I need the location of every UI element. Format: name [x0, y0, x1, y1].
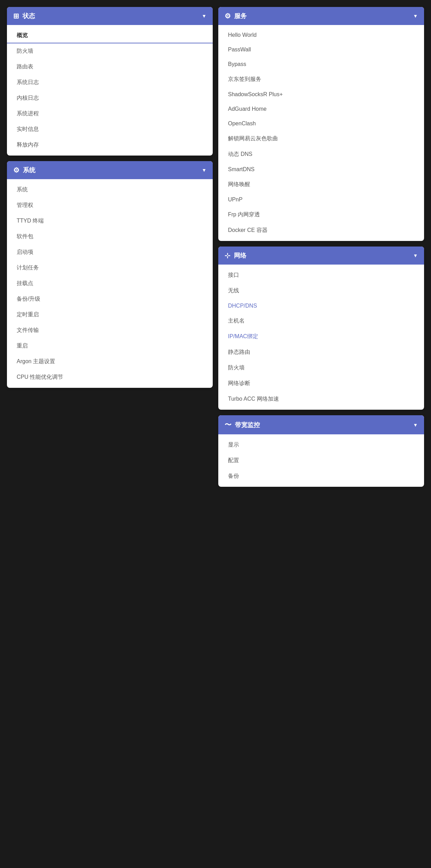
left-column: ⊞状态▼概览防火墙路由表系统日志内核日志系统进程实时信息释放内存⚙系统▼系统管理…	[7, 7, 213, 861]
menu-item-network-5[interactable]: 静态路由	[218, 344, 424, 360]
services-header-icon: ⚙	[225, 12, 231, 20]
menu-item-bandwidth-2[interactable]: 备份	[218, 468, 424, 484]
panel-header-system[interactable]: ⚙系统▼	[7, 161, 213, 179]
menu-item-status-0[interactable]: 概览	[7, 28, 213, 43]
network-chevron-icon: ▼	[413, 253, 418, 258]
menu-item-system-11[interactable]: Argon 主题设置	[7, 354, 213, 369]
panel-system: ⚙系统▼系统管理权TTYD 终端软件包启动项计划任务挂载点备份/升级定时重启文件…	[7, 161, 213, 388]
status-header-title: 状态	[23, 12, 35, 20]
system-header-icon: ⚙	[13, 166, 19, 174]
menu-item-network-3[interactable]: 主机名	[218, 313, 424, 329]
menu-item-status-6[interactable]: 实时信息	[7, 122, 213, 137]
menu-item-services-7[interactable]: 解锁网易云灰色歌曲	[218, 131, 424, 147]
status-header-icon: ⊞	[13, 12, 19, 20]
bandwidth-header-title: 带宽监控	[235, 421, 260, 429]
menu-item-status-7[interactable]: 释放内存	[7, 137, 213, 153]
panel-network: ⊹网络▼接口无线DHCP/DNS主机名IP/MAC绑定静态路由防火墙网络诊断Tu…	[218, 247, 424, 410]
menu-item-network-8[interactable]: Turbo ACC 网络加速	[218, 391, 424, 407]
panel-body-network: 接口无线DHCP/DNS主机名IP/MAC绑定静态路由防火墙网络诊断Turbo …	[218, 265, 424, 410]
menu-item-system-2[interactable]: TTYD 终端	[7, 213, 213, 229]
menu-item-system-10[interactable]: 重启	[7, 338, 213, 354]
menu-item-services-2[interactable]: Bypass	[218, 57, 424, 72]
menu-item-services-6[interactable]: OpenClash	[218, 116, 424, 131]
panel-header-network[interactable]: ⊹网络▼	[218, 247, 424, 265]
menu-item-network-4[interactable]: IP/MAC绑定	[218, 329, 424, 344]
status-chevron-icon: ▼	[202, 13, 206, 19]
panel-body-system: 系统管理权TTYD 终端软件包启动项计划任务挂载点备份/升级定时重启文件传输重启…	[7, 179, 213, 388]
menu-item-system-4[interactable]: 启动项	[7, 244, 213, 260]
menu-item-network-6[interactable]: 防火墙	[218, 360, 424, 376]
bandwidth-header-icon: 〜	[225, 420, 231, 429]
panel-bandwidth: 〜带宽监控▼显示配置备份	[218, 415, 424, 487]
menu-item-services-10[interactable]: 网络唤醒	[218, 177, 424, 192]
menu-item-system-8[interactable]: 定时重启	[7, 307, 213, 323]
panel-header-status[interactable]: ⊞状态▼	[7, 7, 213, 25]
bandwidth-chevron-icon: ▼	[413, 422, 418, 428]
menu-item-system-3[interactable]: 软件包	[7, 229, 213, 244]
panel-body-status: 概览防火墙路由表系统日志内核日志系统进程实时信息释放内存	[7, 25, 213, 156]
panel-body-bandwidth: 显示配置备份	[218, 434, 424, 487]
system-header-title: 系统	[23, 166, 35, 174]
menu-item-services-0[interactable]: Hello World	[218, 28, 424, 42]
menu-item-services-12[interactable]: Frp 内网穿透	[218, 207, 424, 223]
panel-body-services: Hello WorldPassWallBypass京东签到服务ShadowSoc…	[218, 25, 424, 241]
menu-item-status-5[interactable]: 系统进程	[7, 106, 213, 122]
menu-item-network-1[interactable]: 无线	[218, 283, 424, 299]
menu-item-system-12[interactable]: CPU 性能优化调节	[7, 369, 213, 385]
panel-header-bandwidth[interactable]: 〜带宽监控▼	[218, 415, 424, 434]
system-chevron-icon: ▼	[202, 167, 206, 173]
menu-item-services-3[interactable]: 京东签到服务	[218, 72, 424, 87]
menu-item-services-8[interactable]: 动态 DNS	[218, 147, 424, 162]
menu-item-network-2[interactable]: DHCP/DNS	[218, 299, 424, 313]
menu-item-bandwidth-0[interactable]: 显示	[218, 437, 424, 453]
menu-item-services-11[interactable]: UPnP	[218, 192, 424, 207]
menu-item-network-0[interactable]: 接口	[218, 267, 424, 283]
menu-item-services-1[interactable]: PassWall	[218, 42, 424, 57]
services-header-title: 服务	[234, 12, 247, 20]
menu-item-bandwidth-1[interactable]: 配置	[218, 453, 424, 468]
menu-item-status-1[interactable]: 防火墙	[7, 43, 213, 59]
network-header-icon: ⊹	[225, 251, 230, 260]
panel-services: ⚙服务▼Hello WorldPassWallBypass京东签到服务Shado…	[218, 7, 424, 241]
menu-item-services-13[interactable]: Docker CE 容器	[218, 223, 424, 238]
menu-item-status-4[interactable]: 内核日志	[7, 90, 213, 106]
panel-status: ⊞状态▼概览防火墙路由表系统日志内核日志系统进程实时信息释放内存	[7, 7, 213, 156]
menu-item-status-3[interactable]: 系统日志	[7, 75, 213, 90]
menu-item-system-0[interactable]: 系统	[7, 182, 213, 198]
right-column: ⚙服务▼Hello WorldPassWallBypass京东签到服务Shado…	[218, 7, 424, 861]
menu-item-network-7[interactable]: 网络诊断	[218, 376, 424, 391]
panel-header-services[interactable]: ⚙服务▼	[218, 7, 424, 25]
menu-item-services-5[interactable]: AdGuard Home	[218, 102, 424, 116]
menu-item-system-7[interactable]: 备份/升级	[7, 291, 213, 307]
menu-item-services-9[interactable]: SmartDNS	[218, 162, 424, 177]
menu-item-services-4[interactable]: ShadowSocksR Plus+	[218, 87, 424, 102]
network-header-title: 网络	[234, 251, 246, 260]
menu-item-status-2[interactable]: 路由表	[7, 59, 213, 75]
services-chevron-icon: ▼	[413, 13, 418, 19]
menu-item-system-9[interactable]: 文件传输	[7, 323, 213, 338]
menu-item-system-5[interactable]: 计划任务	[7, 260, 213, 276]
menu-item-system-1[interactable]: 管理权	[7, 198, 213, 213]
menu-item-system-6[interactable]: 挂载点	[7, 276, 213, 291]
